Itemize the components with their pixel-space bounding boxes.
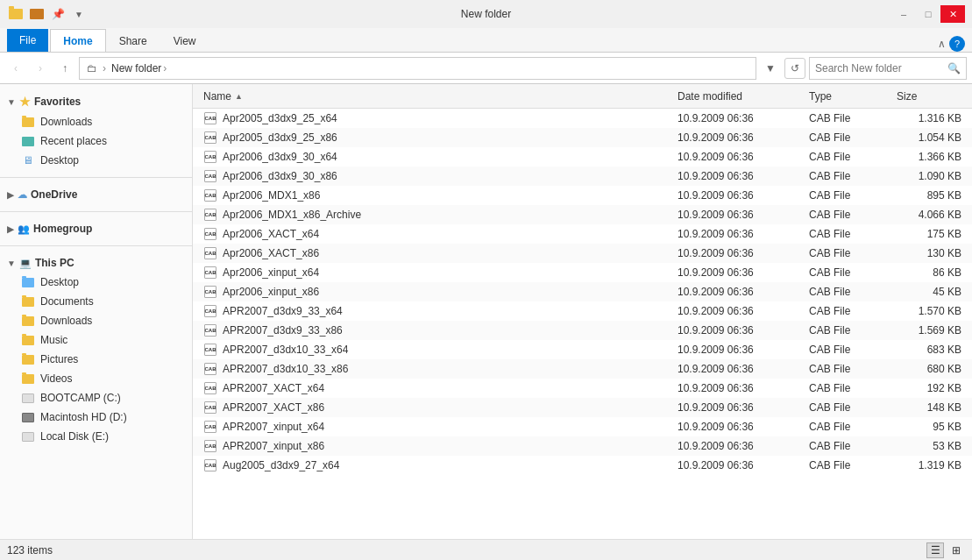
- sidebar-item-desktop-pc[interactable]: Desktop: [0, 273, 192, 292]
- large-icons-view-button[interactable]: ⊞: [947, 542, 965, 558]
- folder-desktop-icon: [21, 275, 35, 289]
- table-row[interactable]: CAB Apr2006_d3dx9_30_x64 10.9.2009 06:36…: [193, 147, 972, 167]
- file-size-cell: 45 KB: [890, 286, 968, 298]
- folder-downloads-icon: [21, 115, 35, 129]
- cab-file-icon: CAB: [203, 246, 217, 260]
- file-size-cell: 192 KB: [890, 382, 968, 394]
- table-row[interactable]: CAB Apr2005_d3dx9_25_x86 10.9.2009 06:36…: [193, 128, 972, 147]
- folder-documents-icon: [21, 294, 35, 308]
- file-date-cell: 10.9.2009 06:36: [670, 131, 802, 144]
- tab-file[interactable]: File: [7, 29, 48, 52]
- ribbon-collapse-button[interactable]: ∧: [938, 38, 946, 50]
- table-row[interactable]: CAB APR2007_d3dx10_33_x64 10.9.2009 06:3…: [193, 340, 972, 359]
- forward-button[interactable]: ›: [30, 58, 51, 79]
- table-row[interactable]: CAB APR2007_d3dx10_33_x86 10.9.2009 06:3…: [193, 359, 972, 379]
- sidebar-thispc-header[interactable]: ▼ 💻 This PC: [0, 253, 192, 273]
- refresh-button[interactable]: ↺: [784, 58, 805, 79]
- window-controls: – □ ✕: [891, 5, 965, 23]
- table-row[interactable]: CAB Aug2005_d3dx9_27_x64 10.9.2009 06:36…: [193, 456, 972, 475]
- cab-file-icon: CAB: [203, 420, 217, 434]
- sidebar-item-macintosh[interactable]: Macintosh HD (D:): [0, 408, 192, 427]
- file-name: Apr2006_XACT_x64: [223, 228, 319, 240]
- tab-share[interactable]: Share: [106, 29, 160, 52]
- file-name-cell: CAB APR2007_d3dx9_33_x64: [196, 304, 670, 318]
- folder-icon-1: [7, 8, 25, 20]
- table-row[interactable]: CAB APR2007_xinput_x64 10.9.2009 06:36 C…: [193, 417, 972, 436]
- file-name-cell: CAB Apr2006_XACT_x86: [196, 246, 670, 260]
- sidebar-homegroup-header[interactable]: ▶ 👥 Homegroup: [0, 219, 192, 238]
- file-name: APR2007_XACT_x64: [223, 382, 324, 394]
- table-row[interactable]: CAB Apr2006_MDX1_x86 10.9.2009 06:36 CAB…: [193, 186, 972, 205]
- maximize-button[interactable]: □: [916, 5, 940, 23]
- file-name: Apr2005_d3dx9_25_x86: [223, 131, 337, 144]
- address-path[interactable]: 🗀 › New folder ›: [79, 57, 756, 80]
- sidebar-item-downloads-fav[interactable]: Downloads: [0, 112, 192, 131]
- file-type-cell: CAB File: [802, 247, 890, 259]
- sidebar: ▼ ★ Favorites Downloads Recent places 🖥 …: [0, 84, 193, 539]
- thispc-arrow-icon: ▼: [7, 259, 16, 268]
- file-size-cell: 175 KB: [890, 228, 968, 240]
- tab-home[interactable]: Home: [50, 29, 105, 52]
- file-date-cell: 10.9.2009 06:36: [670, 440, 802, 452]
- minimize-button[interactable]: –: [891, 5, 916, 23]
- col-header-type[interactable]: Type: [802, 90, 890, 103]
- file-size-cell: 95 KB: [890, 421, 968, 433]
- sidebar-item-pictures[interactable]: Pictures: [0, 350, 192, 369]
- col-header-name[interactable]: Name ▲: [196, 90, 670, 103]
- table-row[interactable]: CAB APR2007_xinput_x86 10.9.2009 06:36 C…: [193, 436, 972, 456]
- search-input[interactable]: [815, 62, 947, 74]
- onedrive-arrow-icon: ▶: [7, 190, 14, 200]
- file-list[interactable]: CAB Apr2005_d3dx9_25_x64 10.9.2009 06:36…: [193, 109, 972, 539]
- table-row[interactable]: CAB Apr2006_xinput_x86 10.9.2009 06:36 C…: [193, 282, 972, 301]
- table-row[interactable]: CAB Apr2006_XACT_x64 10.9.2009 06:36 CAB…: [193, 224, 972, 244]
- ribbon-help-button[interactable]: ?: [949, 36, 965, 52]
- sidebar-favorites-section: ▼ ★ Favorites Downloads Recent places 🖥 …: [0, 88, 192, 174]
- col-header-size[interactable]: Size: [890, 90, 968, 103]
- sidebar-item-localdisk[interactable]: Local Disk (E:): [0, 427, 192, 446]
- file-name: Apr2006_xinput_x86: [223, 286, 319, 298]
- file-date-cell: 10.9.2009 06:36: [670, 459, 802, 471]
- cab-file-icon: CAB: [203, 439, 217, 453]
- up-button[interactable]: ↑: [54, 58, 75, 79]
- file-area: Name ▲ Date modified Type Size CAB Apr20…: [193, 84, 972, 539]
- back-button[interactable]: ‹: [5, 58, 26, 79]
- file-name-cell: CAB APR2007_xinput_x86: [196, 439, 670, 453]
- table-row[interactable]: CAB Apr2006_MDX1_x86_Archive 10.9.2009 0…: [193, 205, 972, 224]
- table-row[interactable]: CAB Apr2005_d3dx9_25_x64 10.9.2009 06:36…: [193, 109, 972, 128]
- title-bar-icons: 📌 ▼: [7, 8, 88, 20]
- table-row[interactable]: CAB Apr2006_xinput_x64 10.9.2009 06:36 C…: [193, 263, 972, 282]
- sidebar-item-label: Downloads: [40, 116, 92, 128]
- table-row[interactable]: CAB Apr2006_d3dx9_30_x86 10.9.2009 06:36…: [193, 167, 972, 186]
- search-box[interactable]: 🔍: [809, 57, 967, 80]
- folder-pictures-icon: [21, 352, 35, 366]
- sidebar-item-videos[interactable]: Videos: [0, 369, 192, 388]
- table-row[interactable]: CAB APR2007_d3dx9_33_x64 10.9.2009 06:36…: [193, 301, 972, 321]
- tab-view[interactable]: View: [160, 29, 209, 52]
- sidebar-favorites-header[interactable]: ▼ ★ Favorites: [0, 91, 192, 112]
- table-row[interactable]: CAB APR2007_d3dx9_33_x86 10.9.2009 06:36…: [193, 321, 972, 340]
- sidebar-item-downloads-pc[interactable]: Downloads: [0, 311, 192, 330]
- table-row[interactable]: CAB APR2007_XACT_x64 10.9.2009 06:36 CAB…: [193, 379, 972, 398]
- file-type-cell: CAB File: [802, 324, 890, 337]
- homegroup-arrow-icon: ▶: [7, 224, 14, 234]
- sidebar-onedrive-header[interactable]: ▶ ☁ OneDrive: [0, 185, 192, 204]
- sidebar-homegroup-label: Homegroup: [33, 223, 92, 235]
- col-header-date[interactable]: Date modified: [670, 90, 802, 103]
- sidebar-item-recent[interactable]: Recent places: [0, 131, 192, 151]
- file-size-cell: 1.570 KB: [890, 305, 968, 317]
- sidebar-item-label: Local Disk (E:): [40, 430, 109, 443]
- dropdown-button[interactable]: ▼: [760, 58, 781, 79]
- file-date-cell: 10.9.2009 06:36: [670, 363, 802, 375]
- file-name-cell: CAB APR2007_d3dx10_33_x86: [196, 362, 670, 376]
- sidebar-item-desktop-fav[interactable]: 🖥 Desktop: [0, 151, 192, 170]
- sidebar-item-music[interactable]: Music: [0, 330, 192, 350]
- close-button[interactable]: ✕: [940, 5, 965, 23]
- sidebar-item-documents[interactable]: Documents: [0, 292, 192, 311]
- cab-file-icon: CAB: [203, 304, 217, 318]
- item-count: 123 items: [7, 544, 53, 556]
- sidebar-item-bootcamp[interactable]: BOOTCAMP (C:): [0, 388, 192, 408]
- file-date-cell: 10.9.2009 06:36: [670, 209, 802, 221]
- details-view-button[interactable]: ☰: [926, 542, 944, 558]
- table-row[interactable]: CAB Apr2006_XACT_x86 10.9.2009 06:36 CAB…: [193, 244, 972, 263]
- table-row[interactable]: CAB APR2007_XACT_x86 10.9.2009 06:36 CAB…: [193, 398, 972, 417]
